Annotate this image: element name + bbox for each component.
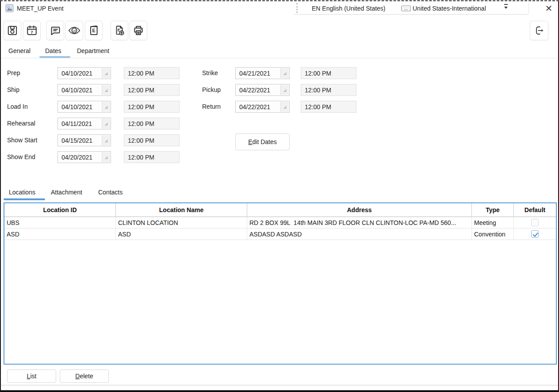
ship-time-value: 12:00 PM [128, 87, 154, 94]
eye-uf-icon: uf [68, 25, 81, 36]
printer-icon [133, 25, 144, 36]
exit-icon [533, 25, 545, 36]
return-date-field[interactable]: 04/22/2021 ◢ [235, 101, 290, 113]
event-book-button[interactable]: E [85, 21, 103, 40]
language-bar-separator [528, 2, 529, 14]
exit-button[interactable] [530, 21, 548, 40]
pickup-date-value: 04/22/2021 [239, 87, 270, 94]
rehearsal-time-field: 12:00 PM [124, 118, 180, 129]
default-checkbox[interactable] [531, 230, 539, 238]
tab-general[interactable]: General [8, 46, 31, 56]
column-header-location-id[interactable]: Location ID [4, 203, 116, 217]
tab-dates[interactable]: Dates [45, 46, 61, 56]
prep-time-field: 12:00 PM [124, 67, 180, 79]
view-uf-button[interactable]: uf [65, 21, 83, 40]
return-time-field: 12:00 PM [301, 101, 356, 113]
load-in-date-dropdown-button[interactable]: ◢ [102, 102, 110, 112]
language-bar-gripper[interactable] [296, 3, 298, 13]
tab-attachment[interactable]: Attachment [51, 187, 82, 198]
field-label-load-in: Load In [7, 101, 28, 113]
show-end-date-dropdown-button[interactable]: ◢ [102, 152, 110, 162]
prep-date-value: 04/10/2021 [61, 70, 92, 77]
show-end-date-field[interactable]: 04/20/2021 ◢ [57, 151, 111, 163]
close-button[interactable]: ✕ [542, 2, 555, 15]
language-name-label[interactable]: EN English (United States) [312, 4, 386, 12]
status-bar [1, 385, 558, 392]
field-label-show-start: Show Start [7, 134, 37, 146]
cell-location-name: CLINTON LOCATION [116, 217, 247, 228]
locations-grid: Location ID Location Name Address Type D… [4, 202, 557, 365]
load-in-date-field[interactable]: 04/10/2021 ◢ [57, 101, 111, 113]
tab-locations[interactable]: Locations [9, 187, 35, 198]
app-icon [5, 4, 14, 14]
svg-text:uf: uf [73, 29, 76, 33]
column-header-type[interactable]: Type [472, 203, 514, 217]
field-label-ship: Ship [7, 84, 19, 96]
show-end-date-value: 04/20/2021 [61, 154, 92, 161]
show-end-time-value: 12:00 PM [128, 154, 154, 161]
return-time-value: 12:00 PM [305, 103, 331, 110]
language-bar-options-icon[interactable] [503, 4, 509, 9]
prep-date-field[interactable]: 04/10/2021 ◢ [57, 67, 111, 79]
show-start-time-value: 12:00 PM [128, 137, 154, 144]
field-label-rehearsal: Rehearsal [7, 118, 35, 129]
cell-type: Meeting [472, 217, 514, 228]
edit-dates-button[interactable]: Edit Dates [235, 133, 290, 150]
field-label-return: Return [202, 101, 221, 113]
rehearsal-time-value: 12:00 PM [128, 120, 154, 127]
rehearsal-date-dropdown-button[interactable]: ◢ [102, 118, 110, 129]
cell-location-name: ASD [116, 228, 247, 240]
ship-date-value: 04/10/2021 [61, 87, 92, 94]
cell-location-id: ASD [4, 228, 116, 240]
tab-department[interactable]: Department [77, 46, 109, 56]
show-start-date-field[interactable]: 04/15/2021 ◢ [57, 134, 111, 146]
field-label-show-end: Show End [7, 151, 35, 163]
add-event-button[interactable]: E [111, 21, 128, 40]
strike-time-field: 12:00 PM [301, 67, 356, 79]
load-in-time-field: 12:00 PM [124, 101, 180, 113]
list-button[interactable]: List [7, 369, 56, 383]
keyboard-layout-label[interactable]: United States-International [413, 4, 486, 12]
print-button[interactable] [130, 21, 147, 40]
return-date-value: 04/22/2021 [239, 103, 270, 110]
cell-default [514, 217, 556, 228]
ship-date-dropdown-button[interactable]: ◢ [102, 85, 110, 95]
pickup-date-dropdown-button[interactable]: ◢ [280, 85, 289, 95]
window-title: MEET_UP Event [17, 4, 64, 12]
column-header-location-name[interactable]: Location Name [116, 203, 247, 217]
ship-date-field[interactable]: 04/10/2021 ◢ [57, 84, 111, 96]
default-checkbox[interactable] [531, 219, 539, 226]
save-icon [7, 25, 18, 36]
tab-contacts[interactable]: Contacts [98, 187, 123, 198]
delete-button[interactable]: Delete [60, 369, 109, 383]
return-date-dropdown-button[interactable]: ◢ [280, 102, 289, 112]
pickup-date-field[interactable]: 04/22/2021 ◢ [235, 84, 290, 96]
field-label-strike: Strike [202, 67, 218, 79]
prep-time-value: 12:00 PM [128, 70, 154, 77]
rehearsal-date-field[interactable]: 04/11/2021 ◢ [57, 118, 111, 129]
calendar-button[interactable]: 7 [23, 21, 41, 40]
svg-text:7: 7 [31, 30, 33, 34]
show-end-time-field: 12:00 PM [124, 151, 180, 163]
add-event-icon: E [114, 25, 125, 36]
show-start-date-dropdown-button[interactable]: ◢ [102, 135, 110, 145]
save-button[interactable] [4, 21, 21, 40]
show-start-time-field: 12:00 PM [124, 134, 180, 146]
table-row[interactable]: UBS CLINTON LOCATION RD 2 BOX 99L 14th M… [4, 217, 556, 228]
prep-date-dropdown-button[interactable]: ◢ [102, 68, 110, 78]
strike-time-value: 12:00 PM [305, 70, 331, 77]
column-header-default[interactable]: Default [514, 203, 556, 217]
comments-button[interactable] [46, 21, 64, 40]
meet-up-event-window: MEET_UP Event EN English (United States)… [0, 0, 559, 392]
calendar-icon: 7 [26, 25, 38, 36]
load-in-time-value: 12:00 PM [128, 103, 154, 110]
cell-address: ASDASD ASDASD [247, 228, 472, 240]
cell-default [514, 228, 556, 240]
locations-grid-header: Location ID Location Name Address Type D… [4, 203, 556, 217]
pickup-time-field: 12:00 PM [301, 84, 356, 96]
column-header-address[interactable]: Address [247, 203, 472, 217]
strike-date-field[interactable]: 04/21/2021 ◢ [235, 67, 290, 79]
strike-date-dropdown-button[interactable]: ◢ [280, 68, 289, 78]
table-row[interactable]: ASD ASD ASDASD ASDASD Convention [4, 228, 556, 240]
cell-type: Convention [472, 228, 514, 240]
